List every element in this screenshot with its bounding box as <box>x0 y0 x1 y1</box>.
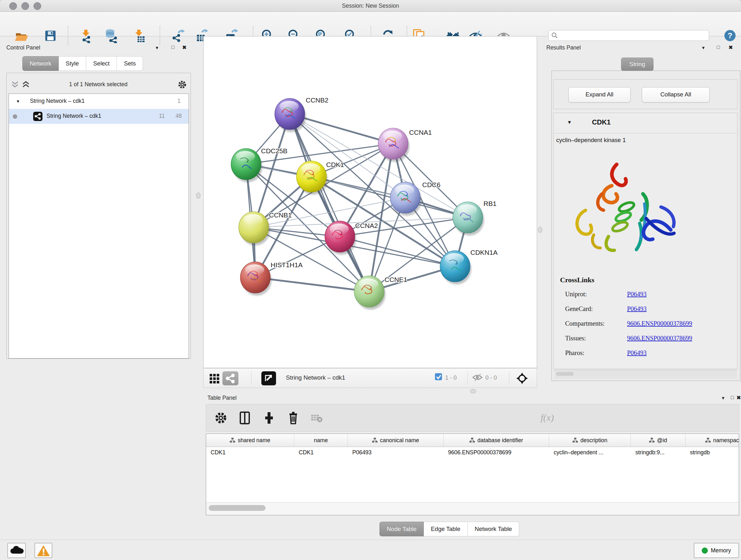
network-node-hist1h1a[interactable] <box>240 262 272 296</box>
results-expand-collapse-bar: Expand All Collapse All <box>553 79 738 109</box>
column-header-shared-name[interactable]: shared name <box>206 434 294 447</box>
node-label-ccnb2: CCNB2 <box>306 97 328 104</box>
column-header-description[interactable]: description <box>549 434 631 447</box>
gene-collapse-arrow-icon[interactable]: ▼ <box>567 119 572 125</box>
control-panel-close-icon[interactable]: ✖ <box>182 44 186 51</box>
birds-eye-view-icon[interactable] <box>261 371 276 385</box>
crosslink-link[interactable]: P06493 <box>627 349 647 357</box>
table-panel-float-icon[interactable]: □ <box>731 395 734 400</box>
column-header-at-id[interactable]: @id <box>631 434 685 447</box>
protein-structure-image <box>562 154 684 276</box>
network-view-type-icon[interactable] <box>222 371 239 385</box>
tab-edge-table[interactable]: Edge Table <box>424 522 468 537</box>
crosslink-label: Compartments: <box>565 320 604 327</box>
import-network-file-icon[interactable] <box>79 28 93 43</box>
import-table-icon[interactable] <box>132 28 146 43</box>
network-collection-row[interactable]: ▼ String Network – cdk1 1 <box>9 94 189 109</box>
tab-network[interactable]: Network <box>22 56 59 71</box>
network-options-gear-icon[interactable] <box>178 80 187 89</box>
results-panel-menu-icon[interactable]: ▾ <box>702 45 704 51</box>
show-columns-icon[interactable] <box>238 411 252 425</box>
current-network-dot-icon <box>13 114 17 119</box>
crosslink-label: GeneCard: <box>565 305 593 312</box>
column-header-namespace[interactable]: namespace <box>685 434 739 447</box>
table-cell[interactable]: CDK1 <box>206 447 294 458</box>
column-header-label: description <box>581 437 608 444</box>
tab-sets[interactable]: Sets <box>117 56 143 71</box>
table-cell[interactable]: stringdb:9... <box>631 447 685 458</box>
table-cell[interactable]: stringdb <box>685 447 739 458</box>
separator <box>509 371 509 385</box>
control-panel-menu-icon[interactable]: ▾ <box>156 45 158 51</box>
tree-expand-arrow-icon[interactable]: ▼ <box>16 99 20 104</box>
memory-label: Memory <box>711 547 731 554</box>
network-node-cdkn1a[interactable] <box>440 251 471 285</box>
network-node-rb1[interactable] <box>453 202 484 236</box>
scrollbar-thumb[interactable] <box>209 505 266 511</box>
save-session-icon[interactable] <box>43 28 58 43</box>
column-header-label: @id <box>657 437 667 444</box>
crosslink-link[interactable]: 9606.ENSP00000378699 <box>627 334 692 342</box>
tab-node-table[interactable]: Node Table <box>380 522 424 537</box>
crosslink-link[interactable]: 9606.ENSP00000378699 <box>627 320 692 327</box>
network-node-ccna1[interactable] <box>378 128 409 162</box>
search-box[interactable] <box>548 30 709 41</box>
column-header-canonical-name[interactable]: canonical name <box>348 434 444 447</box>
expand-all-button[interactable]: Expand All <box>568 87 630 103</box>
cloud-status-button[interactable] <box>7 543 26 558</box>
hidden-items-eye-icon[interactable] <box>472 373 483 381</box>
splitter-handle[interactable] <box>470 389 476 393</box>
results-scrollbar[interactable] <box>554 370 737 379</box>
search-input[interactable] <box>558 32 700 39</box>
node-table[interactable]: shared namenamecanonical namedatabase id… <box>206 434 739 515</box>
network-row-selected[interactable]: String Network – cdk1 11 48 <box>9 109 189 124</box>
export-network-icon[interactable] <box>170 28 185 43</box>
column-header-name[interactable]: name <box>294 434 348 447</box>
function-builder-icon[interactable]: f(x) <box>541 412 554 423</box>
tab-string[interactable]: String <box>621 57 654 71</box>
network-node-cdk1[interactable] <box>296 161 328 195</box>
network-node-ccne1[interactable] <box>354 276 386 310</box>
table-cell[interactable]: CDK1 <box>294 447 348 458</box>
table-toolbar: f(x) <box>206 404 739 432</box>
import-network-database-icon[interactable] <box>104 28 118 43</box>
splitter-handle[interactable] <box>538 227 542 233</box>
results-panel-float-icon[interactable]: □ <box>717 44 720 50</box>
column-header-database-identifier[interactable]: database identifier <box>444 434 549 447</box>
network-node-ccnb2[interactable] <box>275 98 306 132</box>
node-label-ccna1: CCNA1 <box>409 129 432 136</box>
window-title: Session: New Session <box>0 3 741 9</box>
open-session-icon[interactable] <box>14 28 28 43</box>
table-scrollbar[interactable] <box>206 502 739 515</box>
tab-select[interactable]: Select <box>86 56 117 71</box>
help-button[interactable]: ? <box>724 30 736 41</box>
splitter-handle[interactable] <box>196 192 200 199</box>
grid-view-icon[interactable] <box>209 374 220 384</box>
table-options-gear-icon[interactable] <box>214 411 228 425</box>
selected-nodes-checkbox[interactable] <box>435 373 442 380</box>
column-tree-icon <box>572 438 578 443</box>
table-panel-close-icon[interactable]: ✖ <box>737 395 741 401</box>
collapse-all-button[interactable]: Collapse All <box>642 87 710 103</box>
table-cell[interactable]: cyclin–dependent ... <box>549 447 631 458</box>
tab-style[interactable]: Style <box>59 56 86 71</box>
memory-button[interactable]: Memory <box>694 543 739 558</box>
table-panel-menu-icon[interactable]: ▾ <box>722 395 724 401</box>
table-row[interactable]: CDK1CDK1P064939606.ENSP00000378699cyclin… <box>206 447 739 458</box>
table-cell[interactable]: P06493 <box>348 447 444 458</box>
delete-column-icon[interactable] <box>286 411 300 425</box>
gene-card-header[interactable]: ▼ CDK1 <box>554 113 737 133</box>
create-column-icon[interactable] <box>262 411 276 425</box>
network-canvas[interactable]: CCNB2CCNA1CDC25BCDK1CDC6RB1CCNB1CCNA2CDK… <box>203 36 537 368</box>
network-graph[interactable]: CCNB2CCNA1CDC25BCDK1CDC6RB1CCNB1CCNA2CDK… <box>204 37 537 368</box>
tab-network-table[interactable]: Network Table <box>468 522 520 537</box>
delete-table-icon[interactable] <box>311 414 325 428</box>
fit-selected-crosshair-icon[interactable] <box>516 373 528 384</box>
table-cell[interactable]: 9606.ENSP00000378699 <box>444 447 549 458</box>
crosslink-link[interactable]: P06493 <box>627 291 647 298</box>
warnings-button[interactable] <box>35 543 52 558</box>
crosslink-link[interactable]: P06493 <box>627 305 647 313</box>
network-node-cdc25b[interactable] <box>231 148 262 182</box>
results-panel-close-icon[interactable]: ✖ <box>729 44 733 51</box>
control-panel-float-icon[interactable]: □ <box>172 44 175 50</box>
